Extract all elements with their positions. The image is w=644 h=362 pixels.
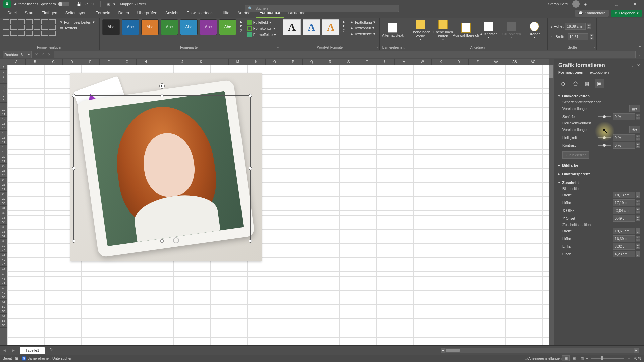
comments-button[interactable]: 💬Kommentare (575, 10, 609, 17)
column-header[interactable]: D (63, 59, 81, 65)
column-header[interactable]: Y (450, 59, 469, 65)
row-header[interactable]: 29 (0, 196, 7, 201)
scroll-left-icon[interactable]: ◄ (441, 348, 445, 353)
size-properties-icon[interactable]: ▦ (583, 79, 592, 88)
tab-seitenlayout[interactable]: Seitenlayout (61, 8, 92, 18)
zoom-in-icon[interactable]: ＋ (627, 356, 631, 361)
row-header[interactable]: 19 (0, 149, 7, 154)
macro-record-icon[interactable]: ▣ (15, 356, 18, 360)
zoom-out-icon[interactable]: − (586, 356, 588, 360)
search-box[interactable]: 🔍 Suchen (245, 5, 399, 12)
row-header[interactable]: 51 (0, 300, 7, 304)
text-effects-button[interactable]: ATexteffekte ▾ (349, 31, 377, 37)
scrollbar-thumb[interactable] (549, 65, 553, 78)
column-header[interactable]: M (229, 59, 247, 65)
selection-pane-button[interactable]: Auswahlbereich (455, 19, 476, 41)
row-header[interactable]: 23 (0, 168, 7, 173)
column-header[interactable]: X (432, 59, 450, 65)
rotate-button[interactable]: Drehen▾ (524, 19, 545, 41)
sheetbar-drag-handle[interactable]: ⋮ (55, 348, 441, 352)
gallery-more-icon[interactable]: ▿ (240, 28, 242, 33)
shape-style-swatch[interactable]: Abc (180, 19, 198, 35)
sheet-nav-next-icon[interactable]: ► (9, 348, 18, 352)
row-header[interactable]: 56 (0, 323, 7, 328)
minimize-button[interactable]: ─ (592, 2, 605, 6)
brightness-input[interactable] (613, 134, 635, 141)
sharpness-slider[interactable] (598, 116, 611, 117)
wordart-style-3[interactable]: A (322, 19, 339, 35)
row-header[interactable]: 14 (0, 126, 7, 131)
column-header[interactable]: I (155, 59, 173, 65)
column-headers[interactable]: ABCDEFGHIJKLMNOPQRSTUVWXYZAAABAC (7, 59, 549, 65)
crop-width-input[interactable] (613, 228, 635, 234)
row-header[interactable]: 2 (0, 70, 7, 74)
gallery-up-icon[interactable]: ▴ (343, 19, 345, 24)
row-header[interactable]: 17 (0, 140, 7, 145)
column-header[interactable]: S (339, 59, 358, 65)
display-settings-button[interactable]: ▭ Anzeigeeinstellungen (524, 356, 562, 360)
gallery-down-icon[interactable]: ▾ (240, 24, 242, 28)
column-header[interactable]: J (173, 59, 192, 65)
bring-forward-button[interactable]: Ebene nach vorne▾ (410, 19, 431, 41)
row-header[interactable]: 52 (0, 304, 7, 309)
crop-top-input[interactable] (613, 251, 635, 257)
worksheet-area[interactable]: ABCDEFGHIJKLMNOPQRSTUVWXYZAAABAC 1234567… (0, 59, 554, 345)
row-header[interactable]: 31 (0, 206, 7, 210)
row-header[interactable]: 25 (0, 178, 7, 182)
row-header[interactable]: 32 (0, 210, 7, 215)
tab-ansicht[interactable]: Ansicht (161, 8, 182, 18)
row-header[interactable]: 26 (0, 182, 7, 187)
shape-effects-button[interactable]: Formeffekte ▾ (246, 32, 278, 38)
row-header[interactable]: 47 (0, 281, 7, 286)
tab-hilfe[interactable]: Hilfe (217, 8, 233, 18)
shape-style-swatch[interactable]: Abc (219, 19, 236, 35)
camera-icon[interactable]: ▣ (107, 2, 110, 6)
row-header[interactable]: 7 (0, 93, 7, 98)
row-header[interactable]: 5 (0, 84, 7, 88)
dialog-launcher-icon[interactable]: ↘ (276, 46, 279, 49)
shape-width-input[interactable] (568, 33, 588, 40)
sharpness-input[interactable] (613, 113, 635, 120)
alt-text-button[interactable]: Alternativtext (382, 19, 403, 41)
user-name[interactable]: Stefan Petri (548, 2, 568, 6)
row-header[interactable]: 3 (0, 74, 7, 79)
crop-left-input[interactable] (613, 243, 635, 250)
row-header[interactable]: 20 (0, 154, 7, 159)
row-header[interactable]: 53 (0, 309, 7, 314)
tab-formeln[interactable]: Formeln (92, 8, 114, 18)
row-header[interactable]: 55 (0, 318, 7, 323)
row-header[interactable]: 18 (0, 145, 7, 149)
sheet-nav-prev-icon[interactable]: ◄ (0, 348, 9, 352)
column-header[interactable]: A (7, 59, 26, 65)
row-header[interactable]: 11 (0, 112, 7, 117)
tab-text-options[interactable]: Textoptionen (588, 70, 609, 76)
wordart-style-1[interactable]: A (283, 19, 301, 35)
shape-style-swatch[interactable]: Abc (102, 19, 120, 35)
column-header[interactable]: T (358, 59, 376, 65)
column-header[interactable]: O (266, 59, 284, 65)
fx-icon[interactable]: fx (48, 52, 51, 57)
column-header[interactable]: E (81, 59, 100, 65)
inserted-picture[interactable] (70, 73, 262, 261)
row-header[interactable]: 30 (0, 201, 7, 206)
row-header[interactable]: 21 (0, 159, 7, 164)
row-header[interactable]: 49 (0, 290, 7, 295)
vertical-scrollbar[interactable] (549, 65, 554, 345)
shape-gallery[interactable] (3, 19, 56, 36)
brightness-slider[interactable] (598, 137, 611, 138)
fill-line-icon[interactable]: ◇ (558, 79, 568, 88)
accessibility-check[interactable]: ♿ Barrierefreiheit: Untersuchen (22, 356, 72, 361)
pane-options-icon[interactable]: ⌄ (631, 63, 634, 68)
autosave-toggle[interactable]: Automatisches Speichern (14, 2, 69, 6)
row-header[interactable]: 4 (0, 79, 7, 84)
row-header[interactable]: 6 (0, 88, 7, 93)
view-page-break-icon[interactable]: ▥ (578, 355, 586, 361)
row-header[interactable]: 48 (0, 286, 7, 290)
row-header[interactable]: 35 (0, 225, 7, 229)
row-header[interactable]: 43 (0, 262, 7, 267)
row-header[interactable]: 41 (0, 253, 7, 257)
x-offset-input[interactable] (613, 207, 635, 214)
expand-formula-icon[interactable]: ⌄ (638, 52, 641, 57)
row-header[interactable]: 15 (0, 131, 7, 135)
column-header[interactable]: L (210, 59, 229, 65)
